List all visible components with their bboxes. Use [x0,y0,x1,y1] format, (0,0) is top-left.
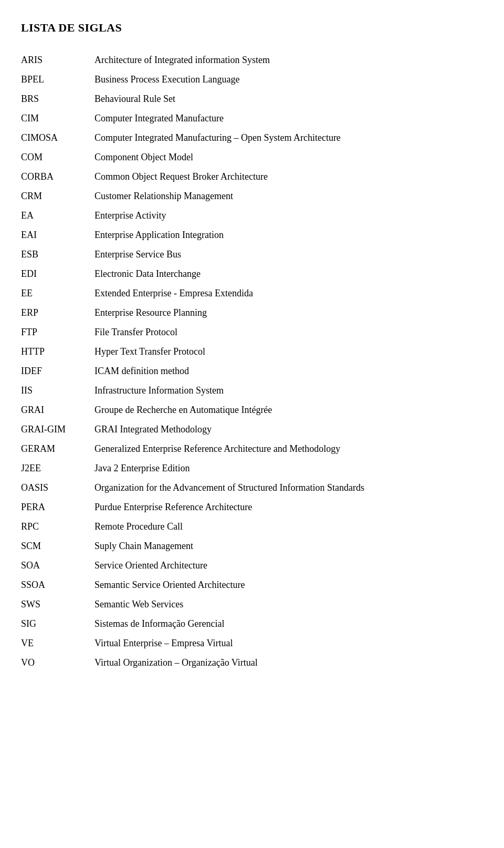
definition: Computer Integrated Manufacture [94,109,483,128]
page-title: LISTA DE SIGLAS [21,21,483,35]
abbreviation: SSOA [21,575,94,595]
abbreviation: EDI [21,264,94,284]
abbreviation: HTTP [21,342,94,361]
definition: GRAI Integrated Methodology [94,420,483,439]
table-row: GERAMGeneralized Enterprise Reference Ar… [21,439,483,459]
definition: Purdue Enterprise Reference Architecture [94,498,483,517]
table-row: EDIElectronic Data Interchange [21,264,483,284]
table-row: BPELBusiness Process Execution Language [21,70,483,89]
definition: Enterprise Application Integration [94,225,483,245]
definition: Enterprise Activity [94,206,483,225]
table-row: GRAI-GIMGRAI Integrated Methodology [21,420,483,439]
definition: ICAM definition method [94,361,483,381]
definition: Business Process Execution Language [94,70,483,89]
table-row: EAIEnterprise Application Integration [21,225,483,245]
abbreviation: CIMOSA [21,128,94,148]
table-row: EAEnterprise Activity [21,206,483,225]
abbreviation: EE [21,284,94,303]
abbreviation: CORBA [21,167,94,187]
table-row: CIMComputer Integrated Manufacture [21,109,483,128]
table-row: ARISArchitecture of Integrated informati… [21,50,483,70]
definition: Suply Chain Management [94,536,483,556]
definition: Generalized Enterprise Reference Archite… [94,439,483,459]
definition: Virtual Organization – Organização Virtu… [94,653,483,673]
table-row: IISInfrastructure Information System [21,381,483,400]
table-row: CORBACommon Object Request Broker Archit… [21,167,483,187]
abbreviation: ESB [21,245,94,264]
table-row: OASISOrganization for the Advancement of… [21,478,483,498]
table-row: SSOASemantic Service Oriented Architectu… [21,575,483,595]
table-row: GRAIGroupe de Recherche en Automatique I… [21,400,483,420]
abbreviation: IDEF [21,361,94,381]
table-row: RPCRemote Procedure Call [21,517,483,536]
abbreviation: ARIS [21,50,94,70]
abbreviation: SIG [21,614,94,634]
table-row: J2EEJava 2 Enterprise Edition [21,459,483,478]
table-row: PERAPurdue Enterprise Reference Architec… [21,498,483,517]
abbreviation: VO [21,653,94,673]
abbreviation: PERA [21,498,94,517]
definition: Customer Relationship Management [94,187,483,206]
abbreviation: VE [21,634,94,653]
abbreviation: BRS [21,89,94,109]
definition: Semantic Web Services [94,595,483,614]
table-row: SWSSemantic Web Services [21,595,483,614]
definition: Hyper Text Transfer Protocol [94,342,483,361]
table-row: SCMSuply Chain Management [21,536,483,556]
abbreviation: GRAI [21,400,94,420]
definition: Remote Procedure Call [94,517,483,536]
abbreviation: IIS [21,381,94,400]
definition: File Transfer Protocol [94,323,483,342]
definition: Computer Integrated Manufacturing – Open… [94,128,483,148]
abbreviation: SOA [21,556,94,575]
abbreviation: CRM [21,187,94,206]
definition: Behavioural Rule Set [94,89,483,109]
abbreviation: SWS [21,595,94,614]
abbreviation: SCM [21,536,94,556]
table-row: VOVirtual Organization – Organização Vir… [21,653,483,673]
table-row: HTTPHyper Text Transfer Protocol [21,342,483,361]
abbreviation: OASIS [21,478,94,498]
table-row: ERPEnterprise Resource Planning [21,303,483,323]
table-row: ESBEnterprise Service Bus [21,245,483,264]
table-row: CRMCustomer Relationship Management [21,187,483,206]
acronym-table: ARISArchitecture of Integrated informati… [21,50,483,673]
abbreviation: EAI [21,225,94,245]
abbreviation: GERAM [21,439,94,459]
abbreviation: EA [21,206,94,225]
table-row: SOAService Oriented Architecture [21,556,483,575]
table-row: COMComponent Object Model [21,148,483,167]
definition: Extended Enterprise - Empresa Extendida [94,284,483,303]
definition: Enterprise Service Bus [94,245,483,264]
definition: Infrastructure Information System [94,381,483,400]
definition: Groupe de Recherche en Automatique Intég… [94,400,483,420]
table-row: SIGSistemas de Informação Gerencial [21,614,483,634]
definition: Service Oriented Architecture [94,556,483,575]
table-row: VEVirtual Enterprise – Empresa Virtual [21,634,483,653]
table-row: FTPFile Transfer Protocol [21,323,483,342]
definition: Organization for the Advancement of Stru… [94,478,483,498]
abbreviation: COM [21,148,94,167]
definition: Sistemas de Informação Gerencial [94,614,483,634]
abbreviation: FTP [21,323,94,342]
definition: Semantic Service Oriented Architecture [94,575,483,595]
abbreviation: RPC [21,517,94,536]
table-row: EEExtended Enterprise - Empresa Extendid… [21,284,483,303]
definition: Electronic Data Interchange [94,264,483,284]
abbreviation: GRAI-GIM [21,420,94,439]
definition: Architecture of Integrated information S… [94,50,483,70]
definition: Enterprise Resource Planning [94,303,483,323]
table-row: IDEFICAM definition method [21,361,483,381]
definition: Virtual Enterprise – Empresa Virtual [94,634,483,653]
definition: Component Object Model [94,148,483,167]
abbreviation: ERP [21,303,94,323]
abbreviation: CIM [21,109,94,128]
abbreviation: J2EE [21,459,94,478]
definition: Java 2 Enterprise Edition [94,459,483,478]
table-row: BRSBehavioural Rule Set [21,89,483,109]
table-row: CIMOSAComputer Integrated Manufacturing … [21,128,483,148]
abbreviation: BPEL [21,70,94,89]
definition: Common Object Request Broker Architectur… [94,167,483,187]
